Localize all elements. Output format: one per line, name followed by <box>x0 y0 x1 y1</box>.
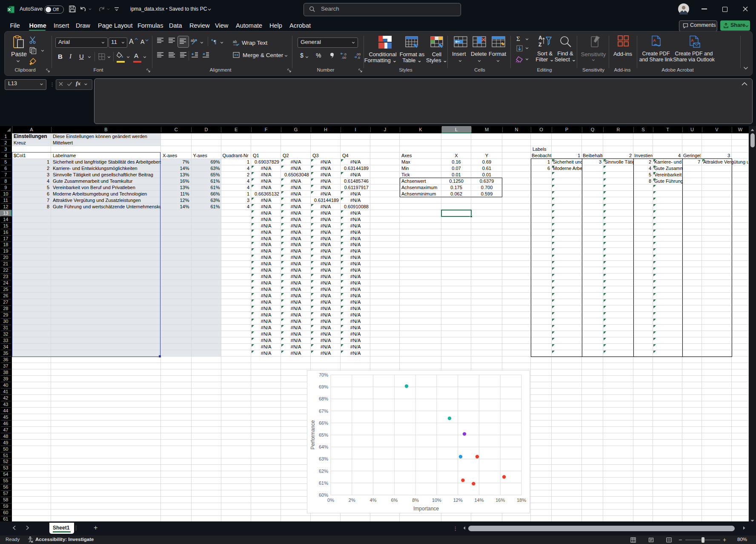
svg-text:63%: 63% <box>319 456 328 461</box>
svg-text:8%: 8% <box>412 498 419 503</box>
svg-text:ab: ab <box>233 40 237 44</box>
svg-text:65%: 65% <box>319 432 328 438</box>
svg-text:A: A <box>653 38 656 43</box>
svg-text:Performance: Performance <box>310 420 316 449</box>
svg-text:2%: 2% <box>349 498 355 503</box>
svg-text:6%: 6% <box>391 498 398 503</box>
svg-text:0%: 0% <box>327 498 334 503</box>
svg-text:66%: 66% <box>319 420 328 426</box>
svg-text:A: A <box>691 38 694 43</box>
svg-text:A: A <box>538 35 542 41</box>
svg-text:62%: 62% <box>319 469 328 474</box>
svg-text:10%: 10% <box>432 498 441 503</box>
svg-text:.00: .00 <box>341 56 346 59</box>
svg-text:16%: 16% <box>495 498 505 503</box>
svg-text:61%: 61% <box>319 481 328 486</box>
svg-text:60%: 60% <box>319 492 328 498</box>
svg-text:14%: 14% <box>474 498 484 503</box>
svg-text:68%: 68% <box>319 396 328 401</box>
svg-text:64%: 64% <box>319 444 328 449</box>
svg-text:18%: 18% <box>517 498 526 503</box>
svg-text:Z: Z <box>538 42 541 48</box>
svg-text:¶: ¶ <box>214 38 216 44</box>
svg-text:70%: 70% <box>319 372 328 377</box>
svg-text:12%: 12% <box>453 498 463 503</box>
svg-text:4%: 4% <box>370 498 377 503</box>
svg-text:67%: 67% <box>319 409 328 414</box>
svg-text:Importance: Importance <box>413 506 439 512</box>
svg-text:69%: 69% <box>319 384 328 389</box>
